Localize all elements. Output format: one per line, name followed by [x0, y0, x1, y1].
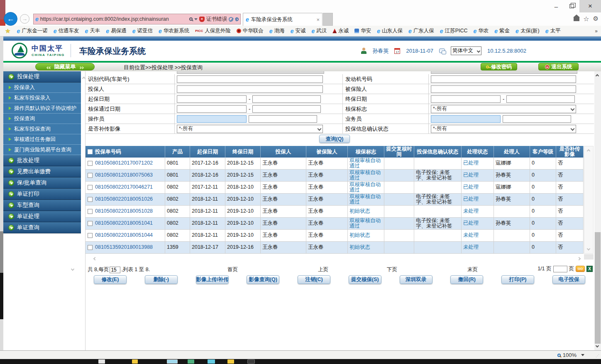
bookmarks-overflow-chevron[interactable]: »: [595, 28, 598, 34]
sidebar-item-4[interactable]: 操作员默认协议子协议维护: [3, 103, 81, 114]
table-scroll-right-icon[interactable]: [577, 257, 581, 260]
refresh-icon[interactable]: [235, 17, 239, 21]
form-input-核保通过日期-from[interactable]: [177, 105, 247, 113]
search-icon[interactable]: [189, 17, 193, 21]
form-input-操作员-name[interactable]: [249, 115, 317, 123]
form-select-核保标志[interactable]: *-所有: [431, 105, 576, 113]
row-checkbox[interactable]: [88, 197, 93, 202]
action-button-6[interactable]: 提交核保(S): [349, 275, 381, 284]
sidebar-item-8[interactable]: 厦门商业险简易平台查询: [3, 145, 81, 155]
goto-page-input[interactable]: [553, 266, 567, 272]
bookmark-item[interactable]: e太保(新): [513, 27, 542, 36]
page-nav-prev[interactable]: 上页: [318, 266, 328, 273]
sidebar-item-7[interactable]: 审核通过任务撤回: [3, 134, 81, 145]
action-button-10[interactable]: 电子投保: [552, 275, 585, 284]
policy-number-link[interactable]: 08105080120170071202: [95, 160, 153, 166]
sidebar-item-3[interactable]: 私家车投保录入: [3, 93, 81, 103]
row-checkbox[interactable]: [88, 233, 93, 238]
sidebar-item-13[interactable]: 车型查询: [3, 200, 81, 211]
browser-tab[interactable]: e 车险承保业务系统 ×: [243, 13, 322, 26]
policy-number-link[interactable]: 08105135920180013988: [95, 245, 153, 250]
bookmark-item[interactable]: e广东人保: [406, 27, 437, 36]
tab-close-icon[interactable]: ×: [316, 17, 320, 23]
action-button-5[interactable]: 注销(C): [298, 275, 330, 284]
change-password-button[interactable]: 修改密码: [481, 63, 517, 70]
sidebar-item-15[interactable]: 单证查询: [3, 222, 81, 233]
form-input-起保日期-to[interactable]: [252, 95, 321, 103]
favorites-star-icon[interactable]: ☆: [583, 15, 589, 23]
form-input-终保日期-from[interactable]: [431, 95, 501, 103]
sidebar-item-5[interactable]: 投保查询: [3, 114, 81, 124]
action-button-3[interactable]: 影像上传/补传(: [196, 275, 229, 284]
table-scroll-down-icon[interactable]: [587, 247, 590, 250]
row-checkbox[interactable]: [88, 221, 93, 226]
bookmark-item[interactable]: e紫金: [491, 27, 513, 36]
table-scroll-left-icon[interactable]: [93, 257, 97, 260]
export-excel-icon[interactable]: X: [586, 266, 593, 272]
bookmark-item[interactable]: e广东金一诺: [14, 27, 50, 36]
bookmark-item[interactable]: e诺亚信: [129, 27, 156, 36]
form-input-终保日期-to[interactable]: [506, 95, 575, 103]
row-checkbox[interactable]: [88, 161, 93, 166]
bookmark-item[interactable]: e华农: [471, 27, 492, 36]
action-button-8[interactable]: 撤回(R): [450, 275, 483, 284]
table-scroll-up-icon[interactable]: [587, 149, 590, 153]
form-input-起保日期-from[interactable]: [177, 95, 247, 103]
action-button-7[interactable]: 深圳双录: [400, 275, 432, 284]
sidebar-item-11[interactable]: 保/批单查询: [3, 177, 81, 189]
scroll-down-icon[interactable]: [596, 344, 599, 347]
form-input-业务员-code[interactable]: [431, 115, 501, 123]
page-nav-last[interactable]: 末页: [467, 266, 478, 273]
bookmark-item[interactable]: e太平: [542, 27, 564, 36]
bookmark-item[interactable]: e华农新系统: [156, 27, 192, 36]
action-button-1[interactable]: 修改(E): [94, 275, 127, 284]
language-select[interactable]: 简体中文: [451, 46, 481, 55]
new-tab-button[interactable]: [323, 13, 333, 26]
back-button[interactable]: ←: [4, 12, 17, 26]
logout-button[interactable]: 退出系统: [538, 63, 579, 70]
zoom-control[interactable]: 100%: [557, 352, 584, 358]
form-input-发动机号码[interactable]: [431, 75, 576, 83]
policy-number-link[interactable]: 08105080220180051041: [95, 221, 153, 226]
sidebar-item-1[interactable]: 投保处理: [3, 71, 81, 83]
sidebar-item-9[interactable]: 批改处理: [3, 155, 81, 166]
search-dropdown-icon[interactable]: [194, 18, 198, 20]
form-select-是否补传影像[interactable]: *-所有: [177, 125, 323, 133]
row-checkbox[interactable]: [88, 209, 93, 214]
form-select-投保信息确认状态[interactable]: *-所有: [431, 125, 576, 133]
form-input-识别代码(车架号)[interactable]: [177, 75, 323, 83]
policy-number-link[interactable]: 08105080120180075063: [95, 172, 153, 178]
bookmark-item[interactable]: e武汉: [308, 27, 330, 36]
bookmark-item[interactable]: 华安: [352, 27, 374, 36]
scroll-up-icon[interactable]: [596, 74, 599, 78]
bookmark-item[interactable]: PICC人保意外险: [192, 27, 234, 36]
window-restore-button[interactable]: [564, 0, 579, 12]
action-button-4[interactable]: 影像查询(Q): [247, 275, 279, 284]
window-minimize-button[interactable]: –: [549, 0, 564, 12]
hide-menu-button[interactable]: 隐藏菜单: [35, 63, 95, 70]
blocked-content-icon[interactable]: [229, 17, 233, 22]
policy-number-link[interactable]: 08105080220170046271: [95, 184, 153, 190]
form-input-被保险人[interactable]: [431, 85, 576, 93]
policy-number-link[interactable]: 08105080220180051028: [95, 209, 153, 214]
certificate-error-label[interactable]: 证书错误: [206, 16, 227, 23]
form-input-投保人[interactable]: [177, 85, 323, 93]
query-button[interactable]: 查询(Q): [319, 135, 349, 143]
form-input-业务员-name[interactable]: [503, 115, 571, 123]
sidebar-item-2[interactable]: 投保录入: [3, 83, 81, 93]
bookmark-item[interactable]: 中华联合: [234, 27, 266, 36]
bookmark-item[interactable]: e渤海: [266, 27, 288, 36]
page-nav-next[interactable]: 下页: [387, 266, 397, 273]
favorites-bar-star-icon[interactable]: ★: [5, 27, 10, 35]
policy-number-link[interactable]: 08105080220180051026: [95, 197, 153, 202]
sidebar-item-10[interactable]: 见费出单缴费: [3, 166, 81, 177]
action-button-2[interactable]: 删除(-): [145, 275, 178, 284]
select-all-checkbox[interactable]: [88, 149, 93, 154]
gear-icon[interactable]: ⚙: [593, 15, 599, 23]
policy-number-link[interactable]: 08105080220180051044: [95, 233, 153, 238]
sidebar-item-12[interactable]: 单证打印: [3, 189, 81, 200]
row-checkbox[interactable]: [88, 173, 93, 178]
go-button[interactable]: GO: [576, 266, 585, 272]
form-input-核保通过日期-to[interactable]: [252, 105, 321, 113]
bookmark-item[interactable]: e山东人保: [374, 27, 406, 36]
